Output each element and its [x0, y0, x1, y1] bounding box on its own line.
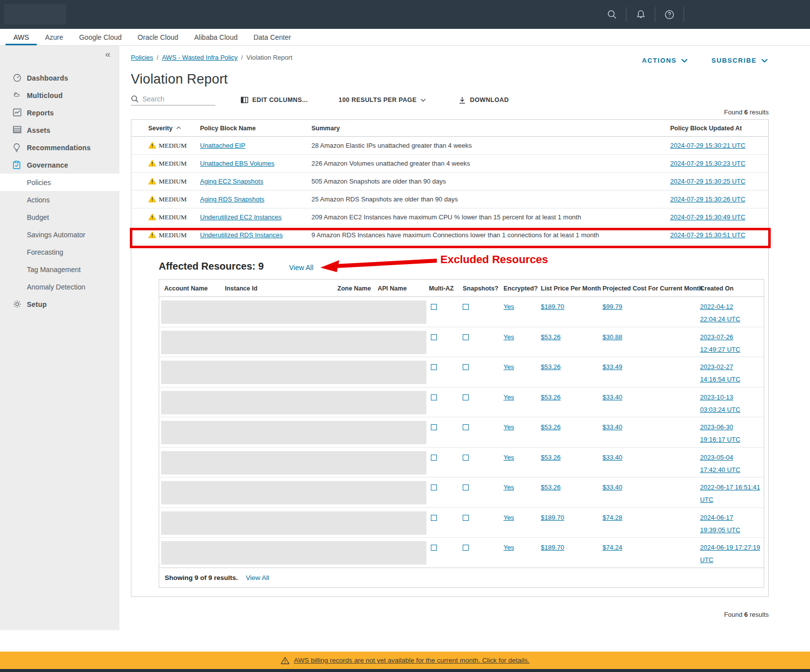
list-price-link[interactable]: $53.26: [541, 333, 561, 341]
sidebar-item-recommendations[interactable]: Recommendations: [0, 139, 119, 156]
cloud-tab-oracle-cloud[interactable]: Oracle Cloud: [130, 29, 187, 45]
column-header-list-price-per-month[interactable]: List Price Per Month: [541, 285, 601, 292]
column-header-zone-name[interactable]: Zone Name: [337, 285, 371, 292]
affected-view-all-link[interactable]: View All: [289, 264, 313, 272]
cloud-tab-google-cloud[interactable]: Google Cloud: [71, 29, 130, 45]
sidebar-item-budget[interactable]: Budget: [0, 208, 119, 226]
sidebar-item-governance[interactable]: Governance: [0, 156, 119, 174]
list-price-link[interactable]: $53.26: [541, 454, 561, 461]
results-per-page-select[interactable]: 100 RESULTS PER PAGE: [339, 96, 426, 103]
cloud-tab-data-center[interactable]: Data Center: [245, 29, 299, 45]
column-header-policy-block-name[interactable]: Policy Block Name: [200, 125, 256, 132]
snapshots-checkbox[interactable]: [463, 364, 469, 370]
breadcrumb-link-policies[interactable]: Policies: [131, 54, 153, 61]
column-header-created-on[interactable]: Created On: [700, 285, 733, 292]
footer-view-all-link[interactable]: View All: [246, 574, 269, 581]
updated-at-link[interactable]: 2024-07-29 15:30:25 UTC: [670, 178, 745, 185]
multi-az-checkbox[interactable]: [431, 455, 437, 461]
created-on-link[interactable]: 2023-07-26 12:49:27 UTC: [700, 331, 765, 356]
multi-az-checkbox[interactable]: [431, 484, 437, 490]
encrypted-link[interactable]: Yes: [504, 393, 514, 401]
projected-cost-link[interactable]: $33.49: [603, 363, 622, 371]
created-on-link[interactable]: 2023-05-04 17:42:40 UTC: [700, 451, 765, 476]
list-price-link[interactable]: $53.26: [541, 483, 561, 491]
breadcrumb-link-aws-wasted-infra-policy[interactable]: AWS - Wasted Infra Policy: [162, 54, 237, 61]
projected-cost-link[interactable]: $30.88: [603, 333, 622, 341]
list-price-link[interactable]: $53.26: [541, 423, 561, 431]
search-field[interactable]: [131, 95, 215, 105]
sidebar-item-assets[interactable]: Assets: [0, 121, 119, 139]
search-input[interactable]: [142, 95, 212, 103]
created-on-link[interactable]: 2024-06-17 19:39:05 UTC: [700, 511, 765, 536]
list-price-link[interactable]: $189.70: [541, 544, 564, 551]
projected-cost-link[interactable]: $74.28: [603, 514, 622, 521]
list-price-link[interactable]: $53.26: [541, 393, 561, 401]
column-header-policy-block-updated-at[interactable]: Policy Block Updated At: [670, 125, 742, 132]
sidebar-item-tag-management[interactable]: Tag Management: [0, 261, 119, 278]
sidebar-item-dashboards[interactable]: Dashboards: [0, 69, 119, 87]
sidebar-item-multicloud[interactable]: Multicloud: [0, 87, 119, 104]
edit-columns-button[interactable]: EDIT COLUMNS...: [241, 96, 308, 103]
snapshots-checkbox[interactable]: [463, 334, 469, 340]
sidebar-item-actions[interactable]: Actions: [0, 191, 119, 208]
multi-az-checkbox[interactable]: [431, 334, 437, 340]
help-icon[interactable]: [655, 0, 684, 29]
multi-az-checkbox[interactable]: [431, 515, 437, 521]
snapshots-checkbox[interactable]: [463, 484, 469, 490]
encrypted-link[interactable]: Yes: [504, 333, 514, 341]
search-icon[interactable]: [598, 0, 626, 29]
column-header-snapshots[interactable]: Snapshots?: [463, 285, 499, 292]
actions-button[interactable]: ACTIONS: [642, 57, 688, 64]
column-header-account-name[interactable]: Account Name: [164, 285, 208, 292]
snapshots-checkbox[interactable]: [463, 304, 469, 310]
policy-block-link[interactable]: Unattached EBS Volumes: [200, 160, 275, 167]
column-header-multi-az[interactable]: Multi-AZ: [429, 285, 454, 292]
cloud-tab-aws[interactable]: AWS: [5, 29, 37, 45]
created-on-link[interactable]: 2023-10-13 03:03:24 UTC: [700, 391, 765, 416]
multi-az-checkbox[interactable]: [431, 394, 437, 400]
policy-block-link[interactable]: Underutilized EC2 Instances: [200, 213, 282, 221]
updated-at-link[interactable]: 2024-07-29 15:30:23 UTC: [670, 160, 745, 167]
multi-az-checkbox[interactable]: [431, 545, 437, 551]
policy-block-link[interactable]: Aging RDS Snapshots: [200, 195, 264, 203]
encrypted-link[interactable]: Yes: [504, 483, 514, 491]
updated-at-link[interactable]: 2024-07-29 15:30:51 UTC: [670, 231, 745, 239]
snapshots-checkbox[interactable]: [463, 424, 469, 430]
cloud-tab-alibaba-cloud[interactable]: Alibaba Cloud: [186, 29, 245, 45]
snapshots-checkbox[interactable]: [463, 545, 469, 551]
column-header-summary[interactable]: Summary: [311, 125, 340, 132]
sidebar-item-reports[interactable]: Reports: [0, 104, 119, 121]
created-on-link[interactable]: 2023-02-27 14:16:54 UTC: [700, 361, 765, 385]
snapshots-checkbox[interactable]: [463, 394, 469, 400]
billing-warning-link[interactable]: AWS billing records are not yet availabl…: [294, 657, 530, 664]
policy-block-link[interactable]: Aging EC2 Snapshots: [200, 178, 263, 185]
column-header-instance-id[interactable]: Instance Id: [225, 285, 257, 292]
snapshots-checkbox[interactable]: [463, 455, 469, 461]
multi-az-checkbox[interactable]: [431, 424, 437, 430]
cloud-tab-azure[interactable]: Azure: [37, 29, 71, 45]
column-header-projected-cost-for-current-month[interactable]: Projected Cost For Current Month: [603, 285, 703, 292]
snapshots-checkbox[interactable]: [463, 515, 469, 521]
column-header-severity[interactable]: Severity: [148, 125, 173, 132]
list-price-link[interactable]: $53.26: [541, 363, 561, 371]
updated-at-link[interactable]: 2024-07-29 15:30:21 UTC: [670, 142, 745, 149]
sidebar-item-anomaly-detection[interactable]: Anomaly Detection: [0, 278, 119, 295]
sidebar-item-savings-automator[interactable]: Savings Automator: [0, 226, 119, 243]
sidebar-item-policies[interactable]: Policies: [0, 174, 119, 191]
encrypted-link[interactable]: Yes: [504, 303, 514, 310]
column-header-encrypted[interactable]: Encrypted?: [504, 285, 538, 292]
projected-cost-link[interactable]: $33.40: [603, 454, 622, 461]
multi-az-checkbox[interactable]: [431, 364, 437, 370]
encrypted-link[interactable]: Yes: [504, 454, 514, 461]
created-on-link[interactable]: 2022-06-17 16:51:41 UTC: [700, 481, 765, 506]
created-on-link[interactable]: 2024-06-19 17:27:19 UTC: [700, 541, 765, 566]
policy-block-link[interactable]: Unattached EIP: [200, 142, 245, 149]
sort-ascending-icon[interactable]: [176, 126, 181, 129]
sidebar-item-setup[interactable]: Setup: [0, 295, 119, 313]
encrypted-link[interactable]: Yes: [504, 544, 514, 551]
policy-block-link[interactable]: Underutilized RDS Instances: [200, 231, 283, 239]
projected-cost-link[interactable]: $33.40: [603, 393, 622, 401]
encrypted-link[interactable]: Yes: [504, 363, 514, 371]
sidebar-item-forecasting[interactable]: Forecasting: [0, 243, 119, 261]
projected-cost-link[interactable]: $74.24: [603, 544, 622, 551]
